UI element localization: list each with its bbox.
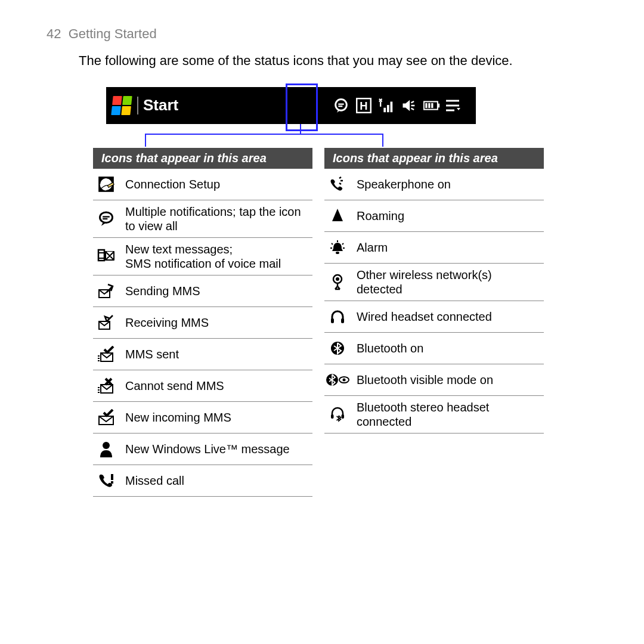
windows-live-icon xyxy=(94,441,118,457)
row-label: New text messages; SMS notification of v… xyxy=(125,242,281,271)
bt-headset-icon xyxy=(326,407,349,422)
svg-rect-49 xyxy=(331,414,334,419)
table-row: Other wireless network(s) detected xyxy=(324,264,544,301)
svg-rect-44 xyxy=(341,318,344,323)
row-label: Receiving MMS xyxy=(125,315,209,330)
row-label: Speakerphone on xyxy=(357,177,451,191)
svg-rect-40 xyxy=(336,252,339,254)
svg-rect-13 xyxy=(431,103,433,107)
row-label: Sending MMS xyxy=(125,284,200,298)
svg-rect-6 xyxy=(383,107,386,112)
bluetooth-visible-icon xyxy=(326,373,349,387)
table-row: Bluetooth stereo headset connected xyxy=(324,396,544,434)
intro-paragraph: The following are some of the status ico… xyxy=(79,52,597,69)
table-row: Alarm xyxy=(324,232,544,264)
svg-rect-7 xyxy=(387,105,389,112)
wifi-detect-icon xyxy=(326,274,349,290)
svg-rect-35 xyxy=(98,392,100,393)
row-label: Multiple notifications; tap the icon to … xyxy=(125,205,309,233)
row-label: Wired headset connected xyxy=(357,309,492,324)
missed-call-icon xyxy=(94,473,118,488)
start-label: Start xyxy=(143,96,178,114)
row-label: Cannot send MMS xyxy=(125,379,224,393)
sending-mms-icon xyxy=(94,283,118,299)
speakerphone-icon xyxy=(326,177,349,192)
svg-point-42 xyxy=(336,277,339,281)
h-indicator-icon: H xyxy=(355,97,372,114)
status-bar: Start H xyxy=(106,87,476,124)
row-label: Roaming xyxy=(357,209,404,223)
row-label: New Windows Live™ message xyxy=(125,442,290,456)
svg-rect-38 xyxy=(111,474,113,480)
mms-sent-icon xyxy=(94,346,118,363)
svg-rect-12 xyxy=(428,103,430,107)
svg-rect-43 xyxy=(331,318,334,323)
svg-rect-50 xyxy=(342,414,345,419)
mms-incoming-icon xyxy=(94,409,118,426)
alarm-icon xyxy=(326,240,349,255)
table-row: Missed call xyxy=(93,465,312,497)
left-column-header: Icons that appear in this area xyxy=(93,148,312,169)
roaming-icon xyxy=(326,208,349,224)
svg-rect-23 xyxy=(98,250,104,261)
table-row: New text messages; SMS notification of v… xyxy=(93,238,312,275)
row-label: Missed call xyxy=(125,473,184,488)
svg-rect-39 xyxy=(111,481,113,484)
notification-bubble-icon xyxy=(333,97,349,114)
divider xyxy=(137,97,138,114)
section-name: Getting Started xyxy=(69,26,157,41)
svg-point-37 xyxy=(103,442,110,449)
table-row: Roaming xyxy=(324,200,544,232)
svg-point-48 xyxy=(343,378,346,381)
svg-rect-10 xyxy=(438,103,439,107)
signal-icon xyxy=(378,97,395,114)
row-label: Bluetooth stereo headset connected xyxy=(357,400,540,429)
sms-icon xyxy=(94,248,118,265)
statusbar-icons: H xyxy=(333,97,476,114)
table-row: New Windows Live™ message xyxy=(93,434,312,465)
row-label: Connection Setup xyxy=(125,177,220,191)
svg-rect-34 xyxy=(98,389,100,391)
table-row: Receiving MMS xyxy=(93,307,312,339)
svg-rect-11 xyxy=(425,103,427,107)
running-header: 42 Getting Started xyxy=(47,26,597,42)
svg-text:H: H xyxy=(360,99,367,112)
row-label: MMS sent xyxy=(125,347,179,361)
svg-rect-33 xyxy=(98,387,100,388)
svg-rect-31 xyxy=(98,360,100,361)
table-row: Connection Setup xyxy=(93,169,312,200)
wired-headset-icon xyxy=(326,309,349,324)
notification-bubble-icon xyxy=(94,210,118,227)
row-label: New incoming MMS xyxy=(125,410,231,425)
page-number: 42 xyxy=(47,26,61,41)
svg-rect-29 xyxy=(98,355,100,357)
row-label: Bluetooth visible mode on xyxy=(357,373,493,387)
speaker-icon xyxy=(401,97,417,114)
table-row: Speakerphone on xyxy=(324,169,544,200)
mms-fail-icon xyxy=(94,377,118,394)
row-label: Other wireless network(s) detected xyxy=(357,268,540,296)
table-row: Sending MMS xyxy=(93,275,312,307)
table-row: Multiple notifications; tap the icon to … xyxy=(93,200,312,238)
task-switcher-icon xyxy=(446,97,463,114)
battery-icon xyxy=(423,97,440,114)
right-icon-table: Icons that appear in this area Speakerph… xyxy=(324,148,544,497)
left-icon-table: Icons that appear in this area Connectio… xyxy=(93,148,312,497)
table-row: New incoming MMS xyxy=(93,402,312,434)
callout-lines xyxy=(106,124,476,149)
right-column-header: Icons that appear in this area xyxy=(324,148,544,169)
svg-rect-8 xyxy=(391,101,393,112)
table-row: Cannot send MMS xyxy=(93,370,312,402)
table-row: Wired headset connected xyxy=(324,301,544,333)
svg-rect-30 xyxy=(98,358,100,359)
table-row: MMS sent xyxy=(93,339,312,370)
table-row: Bluetooth visible mode on xyxy=(324,364,544,396)
row-label: Alarm xyxy=(357,240,388,255)
bluetooth-icon xyxy=(326,341,349,355)
row-label: Bluetooth on xyxy=(357,341,423,355)
table-row: Bluetooth on xyxy=(324,333,544,364)
svg-point-0 xyxy=(336,99,347,110)
windows-flag-icon xyxy=(111,96,132,115)
receiving-mms-icon xyxy=(94,314,118,331)
connection-setup-icon xyxy=(94,176,118,193)
